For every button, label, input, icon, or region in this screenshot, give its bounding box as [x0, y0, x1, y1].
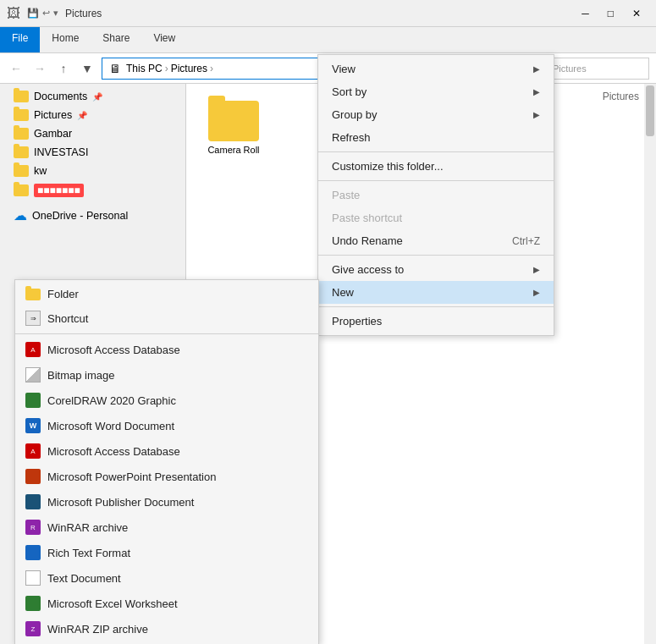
quick-access-undo[interactable]: ↩: [42, 8, 50, 19]
window-controls: ─ □ ✕: [573, 8, 649, 19]
ribbon: File Home Share View: [0, 27, 656, 53]
menu-item-give-access[interactable]: Give access to ▶: [318, 258, 554, 281]
icon-cdr: [25, 393, 41, 408]
tab-view[interactable]: View: [141, 27, 187, 52]
sidebar-item-pictures[interactable]: Pictures 📌: [0, 106, 185, 124]
submenu-label-access-1: Microsoft Access Database: [47, 344, 180, 356]
sidebar-label-gambar: Gambar: [34, 128, 72, 140]
submenu-item-rtf[interactable]: Rich Text Format: [15, 540, 318, 565]
icon-folder: [25, 289, 41, 300]
folder-icon-investasi: [14, 146, 29, 158]
submenu-label-pub: Microsoft Publisher Document: [47, 496, 194, 509]
sidebar-label-pictures: Pictures: [34, 109, 72, 121]
icon-rar: R: [25, 520, 41, 535]
sidebar-item-investasi[interactable]: INVESTASI: [0, 143, 185, 162]
tab-share[interactable]: Share: [91, 27, 141, 52]
menu-label-view: View: [332, 63, 356, 75]
breadcrumb-right: Pictures: [603, 91, 639, 102]
submenu-label-access-2: Microsoft Access Database: [47, 445, 180, 458]
submenu-item-pptx[interactable]: Microsoft PowerPoint Presentation: [15, 464, 318, 489]
submenu-item-pub[interactable]: Microsoft Publisher Document: [15, 489, 318, 515]
menu-label-paste-shortcut: Paste shortcut: [332, 212, 402, 224]
forward-button[interactable]: →: [30, 59, 49, 78]
minimize-button[interactable]: ─: [573, 8, 598, 19]
sidebar-item-kw[interactable]: kw: [0, 162, 185, 180]
submenu-item-shortcut[interactable]: ⇒ Shortcut: [15, 305, 318, 331]
submenu-label-rar: WinRAR archive: [47, 521, 128, 534]
submenu-item-folder[interactable]: Folder: [15, 283, 318, 305]
close-button[interactable]: ✕: [624, 8, 649, 19]
menu-item-refresh[interactable]: Refresh: [318, 126, 554, 149]
tab-file[interactable]: File: [0, 27, 40, 52]
scrollbar-thumb[interactable]: [646, 85, 654, 136]
menu-item-sort-by[interactable]: Sort by ▶: [318, 80, 554, 103]
menu-arrow-group-by: ▶: [533, 110, 540, 119]
sidebar-item-documents[interactable]: Documents 📌: [0, 87, 185, 106]
menu-label-paste: Paste: [332, 189, 360, 201]
menu-label-refresh: Refresh: [332, 131, 371, 144]
menu-arrow-give-access: ▶: [533, 265, 540, 274]
title-bar-icons: 🖼 💾 ↩ ▾: [7, 6, 58, 21]
folder-camera-roll[interactable]: Camera Roll: [200, 97, 267, 158]
menu-item-group-by[interactable]: Group by ▶: [318, 103, 554, 126]
folder-camera-roll-label: Camera Roll: [207, 145, 259, 155]
submenu-item-bitmap[interactable]: Bitmap image: [15, 362, 318, 388]
icon-bitmap: [25, 367, 41, 383]
submenu-label-cdr: CorelDRAW 2020 Graphic: [47, 394, 176, 407]
window-title: Pictures: [65, 8, 102, 19]
menu-label-properties: Properties: [332, 315, 382, 328]
menu-item-undo-rename[interactable]: Undo Rename Ctrl+Z: [318, 229, 554, 252]
folder-icon-gambar: [14, 128, 29, 140]
icon-xlsx: [25, 596, 41, 611]
icon-shortcut: ⇒: [25, 311, 41, 326]
submenu-label-word: Microsoft Word Document: [47, 420, 174, 432]
onedrive-icon: ☁: [14, 207, 27, 223]
path-this-pc: This PC: [126, 63, 163, 74]
quick-access-save[interactable]: 💾: [27, 8, 39, 19]
sidebar-label-renamed: ■■■■■■■: [34, 184, 84, 197]
window-icon: 🖼: [7, 6, 20, 21]
menu-item-properties[interactable]: Properties: [318, 310, 554, 333]
submenu-item-access-1[interactable]: A Microsoft Access Database: [15, 337, 318, 362]
submenu-label-zip: WinRAR ZIP archive: [47, 623, 148, 636]
maximize-button[interactable]: □: [599, 8, 622, 19]
menu-arrow-new: ▶: [533, 288, 540, 297]
back-button[interactable]: ←: [7, 59, 25, 78]
submenu-item-rar[interactable]: R WinRAR archive: [15, 515, 318, 540]
submenu-item-access-2[interactable]: A Microsoft Access Database: [15, 438, 318, 464]
recent-locations-button[interactable]: ▼: [78, 59, 96, 78]
pin-icon-documents: 📌: [92, 92, 102, 102]
icon-word: W: [25, 418, 41, 433]
submenu-item-cdr[interactable]: CorelDRAW 2020 Graphic: [15, 388, 318, 413]
sidebar-item-gambar[interactable]: Gambar: [0, 124, 185, 143]
sidebar-label-documents: Documents: [34, 91, 87, 102]
sidebar-item-renamed[interactable]: ■■■■■■■: [0, 180, 185, 201]
separator-2: [318, 180, 554, 181]
submenu-item-zip[interactable]: Z WinRAR ZIP archive: [15, 616, 318, 641]
menu-item-customize[interactable]: Customize this folder...: [318, 155, 554, 178]
menu-label-customize: Customize this folder...: [332, 160, 444, 173]
menu-item-view[interactable]: View ▶: [318, 58, 554, 80]
menu-item-new[interactable]: New ▶: [318, 281, 554, 304]
submenu-item-xlsx[interactable]: Microsoft Excel Worksheet: [15, 591, 318, 616]
icon-rtf: [25, 545, 41, 560]
context-menu: View ▶ Sort by ▶ Group by ▶ Refresh Cust…: [317, 54, 554, 336]
menu-arrow-view: ▶: [533, 64, 540, 74]
path-sep-1: ›: [165, 63, 168, 74]
submenu-item-word[interactable]: W Microsoft Word Document: [15, 413, 318, 438]
menu-item-paste-shortcut: Paste shortcut: [318, 206, 554, 229]
folder-icon-renamed: [14, 184, 29, 196]
ribbon-tabs: File Home Share View: [0, 27, 656, 52]
submenu-label-pptx: Microsoft PowerPoint Presentation: [47, 471, 216, 483]
scrollbar-track[interactable]: [644, 84, 656, 644]
sidebar-item-onedrive[interactable]: ☁ OneDrive - Personal: [0, 204, 185, 227]
quick-access-more[interactable]: ▾: [53, 8, 58, 19]
up-button[interactable]: ↑: [54, 59, 73, 78]
separator-4: [318, 306, 554, 307]
path-sep-2: ›: [210, 63, 213, 74]
menu-label-group-by: Group by: [332, 108, 377, 121]
submenu-item-txt[interactable]: Text Document: [15, 565, 318, 591]
title-bar: 🖼 💾 ↩ ▾ Pictures ─ □ ✕: [0, 0, 656, 27]
submenu-label-rtf: Rich Text Format: [47, 547, 130, 559]
tab-home[interactable]: Home: [40, 27, 91, 52]
